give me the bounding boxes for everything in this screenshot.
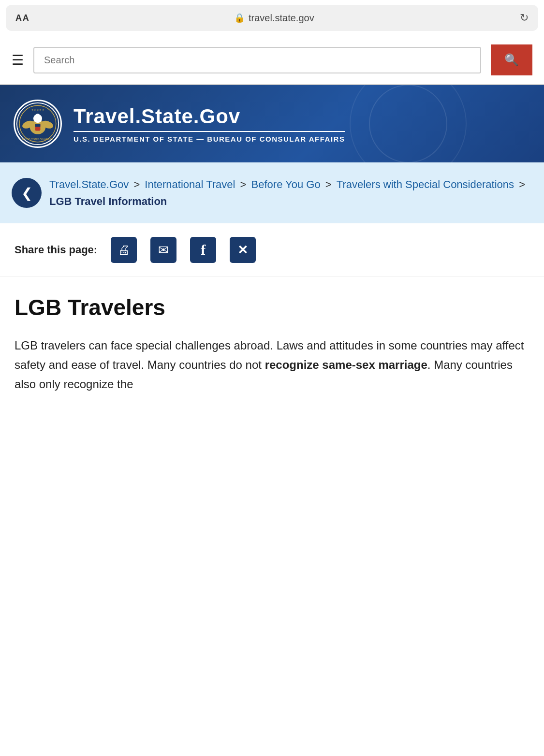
breadcrumb: Travel.State.Gov > International Travel …: [49, 176, 532, 210]
svg-text:★ ★ ★ ★ ★: ★ ★ ★ ★ ★: [31, 108, 44, 111]
url-text: travel.state.gov: [249, 13, 314, 24]
hamburger-menu[interactable]: ☰: [12, 52, 24, 68]
breadcrumb-section: ❮ Travel.State.Gov > International Trave…: [0, 162, 544, 223]
breadcrumb-sep-1: >: [133, 178, 143, 190]
site-header: ★ ★ ★ ★ ★ UNITED STATES OF AMERICA Trave…: [0, 85, 544, 162]
breadcrumb-sep-4: >: [519, 178, 525, 190]
share-label: Share this page:: [15, 244, 97, 256]
breadcrumb-sep-3: >: [325, 178, 335, 190]
main-content: LGB Travelers LGB travelers can face spe…: [0, 277, 544, 411]
facebook-button[interactable]: f: [190, 237, 216, 263]
url-bar[interactable]: 🔒 travel.state.gov: [234, 13, 314, 24]
site-title-block: Travel.State.Gov U.S. DEPARTMENT of STAT…: [74, 105, 345, 143]
page-body: LGB travelers can face special challenge…: [15, 336, 529, 393]
email-button[interactable]: ✉: [150, 237, 176, 263]
lock-icon: 🔒: [234, 13, 245, 23]
twitter-button[interactable]: ✕: [230, 237, 256, 263]
back-button[interactable]: ❮: [12, 178, 42, 208]
breadcrumb-current: LGB Travel Information: [49, 195, 167, 207]
bold-text: recognize same-sex marriage: [265, 358, 427, 371]
breadcrumb-home[interactable]: Travel.State.Gov: [49, 178, 129, 190]
share-bar: Share this page: 🖨 ✉ f ✕: [0, 223, 544, 277]
font-size-control[interactable]: A A: [15, 13, 29, 23]
nav-bar: ☰ 🔍: [0, 36, 544, 85]
breadcrumb-sep-2: >: [240, 178, 250, 190]
department-seal: ★ ★ ★ ★ ★ UNITED STATES OF AMERICA: [14, 100, 62, 148]
breadcrumb-international-travel[interactable]: International Travel: [145, 178, 235, 190]
browser-bar: A A 🔒 travel.state.gov ↻: [6, 5, 538, 31]
reload-button[interactable]: ↻: [520, 12, 529, 24]
page-heading: LGB Travelers: [15, 294, 529, 320]
search-input[interactable]: [33, 47, 481, 73]
svg-text:UNITED STATES OF AMERICA: UNITED STATES OF AMERICA: [22, 138, 53, 141]
svg-rect-8: [35, 124, 41, 127]
search-button[interactable]: 🔍: [491, 44, 532, 75]
breadcrumb-travelers-special[interactable]: Travelers with Special Considerations: [337, 178, 514, 190]
breadcrumb-before-you-go[interactable]: Before You Go: [251, 178, 321, 190]
svg-point-4: [35, 114, 41, 120]
site-title: Travel.State.Gov: [74, 105, 345, 132]
site-subtitle: U.S. DEPARTMENT of STATE — BUREAU of CON…: [74, 135, 345, 143]
print-button[interactable]: 🖨: [111, 237, 137, 263]
